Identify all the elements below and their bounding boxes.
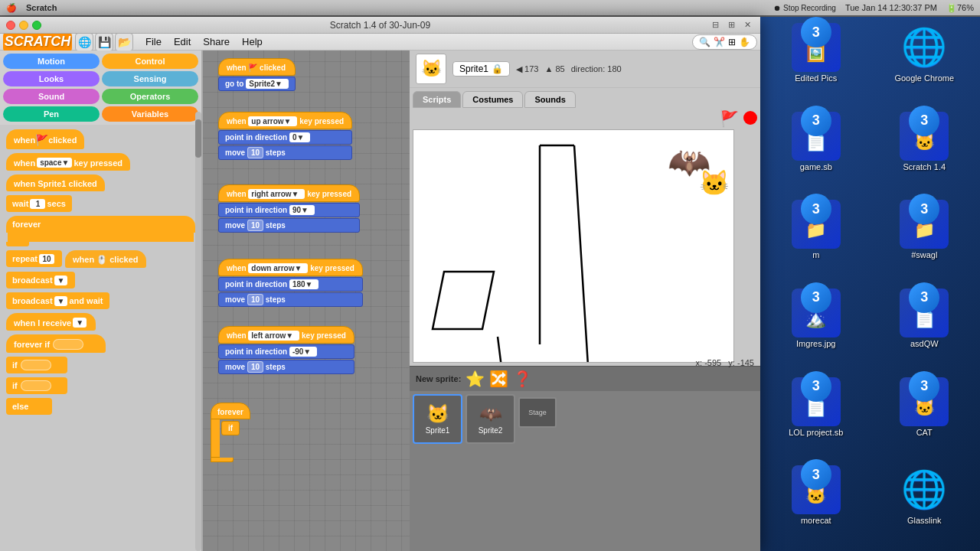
scrollbar-track[interactable] [195, 112, 201, 551]
toolbar-folder[interactable]: 📂 [115, 33, 133, 51]
eblock-when-left[interactable]: when left arrow▼ key pressed [218, 326, 354, 344]
main-content: Motion Control Looks Sensing Sound Opera… [0, 51, 760, 551]
wm-btn-1[interactable]: ⊟ [709, 20, 722, 30]
stage-thumb[interactable]: Stage [518, 397, 557, 428]
desktop-icon-lol[interactable]: 3 📄 LOL project.sb [763, 374, 869, 460]
eblock-goto[interactable]: go to Sprite2▼ [218, 77, 296, 91]
block-repeat[interactable]: repeat 10 [6, 250, 62, 267]
surprise-sprite-button[interactable]: ❓ [513, 370, 532, 388]
xy-coords: x: -595 y: -145 [696, 358, 754, 367]
sprite-thumb-2[interactable]: 🦇 Sprite2 [466, 394, 515, 444]
menu-edit[interactable]: Edit [168, 34, 197, 49]
toolbar-globe[interactable]: 🌐 [75, 33, 93, 51]
minimize-button[interactable] [19, 21, 28, 30]
tab-scripts[interactable]: Scripts [413, 91, 461, 108]
toolbar-save[interactable]: 💾 [95, 33, 113, 51]
cat-sound[interactable]: Sound [3, 89, 100, 104]
wm-btn-3[interactable]: ✕ [741, 20, 754, 30]
eblock-move-10-3[interactable]: move 10 steps [218, 292, 363, 307]
desktop-icon-m[interactable]: 3 📁 m [763, 197, 869, 282]
block-if-1[interactable]: if [6, 357, 67, 373]
block-else[interactable]: else [6, 398, 52, 415]
eblock-point-dir-0[interactable]: point in direction 0▼ [218, 130, 352, 145]
menu-share[interactable]: Share [197, 34, 236, 49]
sprite-thumb-1[interactable]: 🐱 Sprite1 [413, 394, 462, 444]
apple-logo[interactable]: 🍎 [6, 3, 17, 13]
block-when-clicked-dragging[interactable]: when 🖱️ clicked [65, 250, 146, 268]
desktop-icon-chrome[interactable]: 🌐 Google Chrome [872, 20, 978, 106]
desktop-icon-cat[interactable]: 3 🐱 CAT [872, 374, 978, 460]
eblock-when-right[interactable]: when right arrow▼ key pressed [218, 184, 360, 202]
svg-line-4 [498, 337, 501, 362]
cat-control[interactable]: Control [102, 54, 198, 69]
search-toolbar: 🔍 ✂️ ⊞ ✋ [692, 34, 757, 50]
eblock-when-flag[interactable]: when 🚩 clicked [218, 58, 296, 76]
icon-label: asdQW [910, 339, 939, 348]
cat-sensing[interactable]: Sensing [102, 71, 198, 86]
scratch-logo[interactable]: SCRATCH [3, 31, 72, 53]
paint-sprite-button[interactable]: ⭐ [466, 370, 485, 388]
block-wait[interactable]: wait 1 secs [6, 195, 72, 212]
eblock-point-dir-90[interactable]: point in direction 90▼ [218, 203, 360, 217]
sprite-name-box[interactable]: Sprite1 🔒 [452, 61, 510, 77]
green-flag-button[interactable]: 🚩 [720, 109, 739, 128]
import-sprite-button[interactable]: 🔀 [489, 370, 508, 388]
cat-operators[interactable]: Operators [102, 89, 198, 104]
desktop-icon-asdqw[interactable]: 3 📄 asdQW [872, 285, 978, 371]
wm-btn-2[interactable]: ⊞ [725, 20, 738, 30]
desktop-icon-imgres[interactable]: 3 🏔️ Imgres.jpg [763, 285, 869, 371]
sprite1-label: Sprite1 [426, 426, 450, 435]
icon-label: #swagl [911, 250, 937, 259]
cat-variables[interactable]: Variables [102, 106, 198, 122]
eblock-move-10-4[interactable]: move 10 steps [218, 360, 354, 374]
script-2: when up arrow▼ key pressed point in dire… [218, 112, 352, 160]
menu-file[interactable]: File [139, 34, 168, 49]
maximize-button[interactable] [32, 21, 41, 30]
eblock-move-10-1[interactable]: move 10 steps [218, 145, 352, 160]
eblock-when-uparrow[interactable]: when up arrow▼ key pressed [218, 112, 352, 129]
cat-looks[interactable]: Looks [3, 71, 100, 86]
cat-pen[interactable]: Pen [3, 106, 100, 122]
icon-label: game.sb [800, 162, 832, 171]
block-when-sprite-clicked[interactable]: when Sprite1 clicked [6, 174, 105, 191]
search-icon: 🔍 [699, 37, 710, 47]
block-when-flag[interactable]: when 🚩 clicked [6, 129, 84, 149]
cat-sprite: 🐱 [699, 168, 730, 197]
block-when-receive[interactable]: when I receive ▼ [6, 313, 96, 331]
sprite-info-bar: 🐱 Sprite1 🔒 ◀ 173 ▲ 85 direction: 180 [410, 51, 760, 88]
eblock-forever-2[interactable]: forever [211, 403, 250, 419]
close-button[interactable] [6, 21, 15, 30]
desktop-icon-morecat[interactable]: 3 🐱 morecat [763, 462, 869, 548]
block-if-2[interactable]: if [6, 377, 67, 394]
icon-label: Imgres.jpg [796, 339, 835, 348]
desktop-icon-swagl[interactable]: 3 📁 #swagl [872, 197, 978, 282]
eblock-move-10-2[interactable]: move 10 steps [218, 218, 360, 233]
script-5: when left arrow▼ key pressed point in di… [218, 326, 354, 374]
eblock-if[interactable]: if [221, 421, 240, 435]
block-forever-if[interactable]: forever if [6, 334, 106, 353]
block-when-key[interactable]: when space▼ key pressed [6, 153, 130, 171]
blocks-list: when 🚩 clicked when space▼ key pressed w… [0, 125, 201, 551]
eblock-when-down[interactable]: when down arrow▼ key pressed [218, 259, 363, 276]
script-tabs: Scripts Costumes Sounds [410, 88, 760, 108]
block-broadcast[interactable]: broadcast ▼ [6, 272, 75, 289]
cat-motion[interactable]: Motion [3, 54, 100, 69]
icon-label: Glasslink [907, 516, 942, 525]
eblock-point-dir-180[interactable]: point in direction 180▼ [218, 277, 363, 292]
tab-sounds[interactable]: Sounds [524, 91, 575, 108]
lock-icon: 🔒 [492, 64, 503, 74]
desktop-icon-scratch[interactable]: 3 🐱 Scratch 1.4 [872, 109, 978, 194]
tab-costumes[interactable]: Costumes [462, 91, 523, 108]
desktop-icon-game[interactable]: 3 📄 game.sb [763, 109, 869, 194]
scrollbar-thumb[interactable] [195, 119, 201, 158]
blocks-panel: Motion Control Looks Sensing Sound Opera… [0, 51, 203, 551]
desktop-icon-glasslink[interactable]: 🌐 Glasslink [872, 462, 978, 548]
stop-button[interactable] [743, 111, 757, 125]
block-broadcast-wait[interactable]: broadcast ▼ and wait [6, 292, 109, 309]
eblock-point-dir-neg90[interactable]: point in direction -90▼ [218, 344, 354, 359]
stop-recording[interactable]: ⏺ Stop Recording [773, 4, 836, 12]
block-forever[interactable]: forever [6, 216, 195, 233]
desktop-icon-edited-pics[interactable]: 3 🖼️ Edited Pics [763, 20, 869, 106]
script-editor[interactable]: when 🚩 clicked go to Sprite2▼ when up ar… [203, 51, 410, 551]
menu-help[interactable]: Help [236, 34, 269, 49]
